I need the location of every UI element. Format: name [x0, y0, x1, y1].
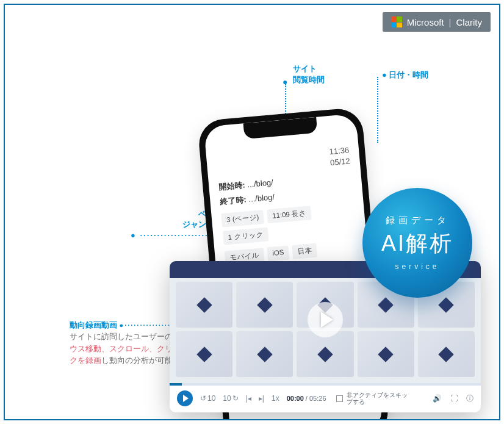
anno-recording-pre: サイトに訪問したユーザーの	[70, 332, 173, 341]
chip-length: 11:09 長さ	[267, 206, 312, 223]
ai-badge: 録画データ AI解析 service	[362, 188, 472, 298]
play-overlay-button[interactable]	[308, 302, 343, 337]
rewind-button[interactable]: ↺10	[200, 394, 215, 403]
next-button[interactable]: ▸|	[259, 394, 264, 403]
player-thumb	[297, 331, 353, 377]
player-thumb	[358, 331, 414, 377]
ai-badge-line1: 録画データ	[386, 215, 450, 226]
forward-amount: 10	[223, 394, 231, 403]
player-thumb	[176, 282, 232, 328]
microsoft-logo-icon	[391, 16, 402, 27]
leader-datetime	[377, 77, 378, 143]
player-thumb	[418, 331, 475, 377]
phone-end-label: 終了時:	[220, 195, 247, 206]
play-button[interactable]	[177, 390, 193, 406]
anno-datetime: ● 日付・時間	[382, 70, 428, 81]
outer-frame: Microsoft | Clarity サイト 閲覧時間 ● 日付・時間 ● ペ…	[4, 4, 500, 420]
rewind-amount: 10	[207, 394, 215, 403]
brand-separator: |	[449, 17, 452, 27]
fullscreen-button[interactable]: ⛶	[450, 394, 458, 403]
player-controls: ↺10 10↻ |◂ ▸| 1x 00:00 / 05:26 非アクティブをスキ…	[170, 386, 481, 412]
chip-pages: 3 (ページ)	[221, 210, 264, 228]
leader-dot-site: ●	[283, 77, 289, 87]
chip-country: 日本	[292, 243, 317, 259]
forward-button[interactable]: 10↻	[223, 394, 238, 403]
phone-start-label: 開始時:	[218, 180, 245, 192]
progress-fill	[170, 383, 182, 386]
checkbox-icon	[336, 395, 343, 402]
time-display: 00:00 / 05:26	[287, 395, 326, 402]
phone-datetime: 11:36 05/12	[329, 145, 351, 168]
speed-button[interactable]: 1x	[272, 394, 279, 403]
phone-chip-row-1: 3 (ページ) 11:09 長さ 1 クリック	[221, 202, 356, 245]
time-total: 05:26	[309, 395, 326, 402]
progress-bar[interactable]	[170, 383, 481, 386]
phone-date: 05/12	[329, 156, 350, 168]
ms-clarity-badge: Microsoft | Clarity	[383, 12, 491, 32]
phone-notch	[243, 117, 318, 139]
chip-clicks: 1 クリック	[223, 227, 268, 245]
volume-button[interactable]: 🔊	[433, 394, 442, 403]
phone-session-rows: 開始時: .../blog/ 終了時: .../blog/ 3 (ページ) 11…	[218, 170, 358, 265]
anno-recording: 動向録画動画 ●··············· サイトに訪問したユーザーのマウス…	[70, 320, 185, 367]
leader-recording: ●···············	[119, 320, 171, 331]
skip-inactive-toggle[interactable]: 非アクティブをスキップする	[336, 392, 408, 406]
ai-badge-line3: service	[395, 262, 439, 271]
anno-recording-title: 動向録画動画	[70, 321, 117, 329]
anno-site-time: サイト 閲覧時間	[293, 63, 325, 85]
skip-inactive-label: 非アクティブをスキップする	[347, 392, 408, 406]
anno-datetime-text: 日付・時間	[389, 70, 428, 79]
ai-badge-line2: AI解析	[381, 229, 453, 259]
brand-product: Clarity	[456, 17, 482, 27]
info-button[interactable]: ⓘ	[466, 393, 473, 404]
brand-company: Microsoft	[407, 17, 444, 27]
player-thumb	[236, 282, 293, 328]
play-icon	[321, 312, 333, 328]
phone-end-value: .../blog/	[248, 192, 275, 204]
chip-os: iOS	[267, 246, 289, 262]
prev-button[interactable]: |◂	[246, 394, 251, 403]
play-icon	[183, 395, 189, 402]
player-thumb	[176, 331, 232, 377]
player-thumb	[236, 331, 293, 377]
phone-start-value: .../blog/	[247, 178, 274, 189]
time-current: 00:00	[287, 395, 304, 402]
anno-recording-post: し動向の分析が可能。	[101, 356, 181, 365]
